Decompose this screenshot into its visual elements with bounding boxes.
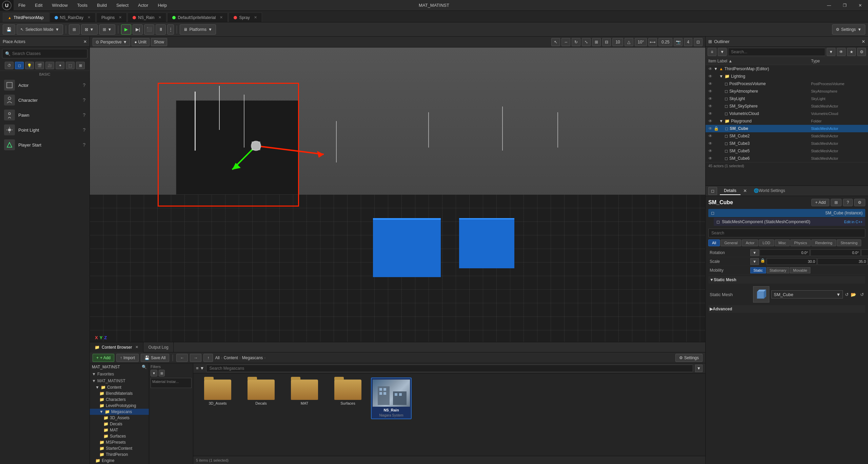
tree-item-volumetric[interactable]: 👁 ◻ VolumetricCloud VolumetricCloud <box>706 110 868 117</box>
mesh-browse-icon[interactable]: 📂 <box>851 292 856 297</box>
tree-item-postprocess[interactable]: 👁 ◻ PostProcessVolume PostProcessVolume <box>706 80 868 88</box>
outliner-gear-btn[interactable]: ⚙ <box>857 48 866 56</box>
tree-item-sm-cube[interactable]: 👁 🔒 ◻ SM_Cube StaticMeshActor <box>706 125 868 132</box>
selection-mode-button[interactable]: ↖ Selection Mode ▼ <box>17 24 63 35</box>
content-browser-tab-close[interactable]: ✕ <box>135 345 138 349</box>
component-row-static-mesh[interactable]: ◻ StaticMeshComponent (StaticMeshCompone… <box>714 218 865 226</box>
outliner-bookmark-btn[interactable]: ★ <box>847 48 856 56</box>
folder-decals[interactable]: Decals <box>241 378 281 419</box>
outliner-filter-btn[interactable]: ≡ <box>708 48 716 56</box>
tree-item-playground[interactable]: 👁 ▼ 📁 Playground Folder <box>706 117 868 125</box>
cb-tree-blendmaterials[interactable]: 📁 BlendMaterials <box>90 390 149 397</box>
world-settings-tab[interactable]: 🌐 World Settings <box>750 187 789 195</box>
rotation-y-input[interactable] <box>810 249 861 256</box>
tree-item-sm-skysphere[interactable]: 👁 ◻ SM_SkySphere StaticMeshActor <box>706 102 868 110</box>
mobility-stationary-btn[interactable]: Stationary <box>767 267 790 273</box>
unlit-button[interactable]: ● Unlit <box>132 38 150 46</box>
stop-button[interactable]: ⬛ <box>144 24 154 35</box>
cb-search-dropdown[interactable]: ▼ <box>695 365 703 372</box>
folder-3dassets[interactable]: 3D_Assets <box>197 378 238 419</box>
cb-nav-back[interactable]: ← <box>176 354 188 362</box>
maximize-button[interactable]: ❐ <box>837 0 852 11</box>
tab-ns-rainday-close[interactable]: ✕ <box>87 15 91 20</box>
cb-add-button[interactable]: + + Add <box>93 354 114 362</box>
scale-btn[interactable]: ⤡ <box>582 38 591 46</box>
outliner-settings-btn[interactable]: ▼ <box>827 48 835 56</box>
actor-item-character[interactable]: Character ? <box>0 93 90 108</box>
tree-item-sm-cube3[interactable]: 👁 ◻ SM_Cube3 StaticMeshActor <box>706 140 868 147</box>
play-next-button[interactable]: ▶| <box>133 24 143 35</box>
angle-value-btn[interactable]: 10° <box>635 38 647 46</box>
camera-num-btn[interactable]: 4 <box>684 38 692 46</box>
scale-mode-dropdown[interactable]: ▼ <box>750 258 759 265</box>
angle-icon[interactable]: △ <box>625 38 633 46</box>
tree-item-lighting[interactable]: 👁 ▼ 📁 Lighting <box>706 73 868 80</box>
settings-button[interactable]: ⚙ Settings ▼ <box>832 24 865 35</box>
asset-ns-rain[interactable]: NS_Rain Niagara System <box>371 378 412 419</box>
lights-btn[interactable]: 💡 <box>25 62 34 69</box>
mobility-movable-btn[interactable]: Movable <box>790 267 810 273</box>
details-layout-btn[interactable]: ⊞ <box>831 199 842 206</box>
lock-scale-icon[interactable]: 🔒 <box>760 258 766 265</box>
cb-tree-levelprototyping[interactable]: 📁 LevelPrototyping <box>90 403 149 409</box>
cb-tree-megascans[interactable]: ▼ 📁 Megascans <box>90 409 149 415</box>
translate-btn[interactable]: ↔ <box>561 38 570 46</box>
cb-search-input[interactable] <box>206 365 693 372</box>
tree-item-skyatmo[interactable]: 👁 ◻ SkyAtmosphere SkyAtmosphere <box>706 88 868 95</box>
menu-actor[interactable]: Actor <box>133 0 153 11</box>
scale-y-input[interactable] <box>817 258 868 265</box>
cinematics-btn[interactable]: 🎥 <box>45 62 54 69</box>
actor-item-actor-info[interactable]: ? <box>83 82 85 88</box>
details-help-btn[interactable]: ? <box>843 199 853 206</box>
cb-save-button[interactable]: 💾 Save All <box>141 354 169 362</box>
actor-item-pawn-info[interactable]: ? <box>83 112 85 118</box>
cb-tree-thirdperson[interactable]: 📁 ThirdPerson <box>90 451 149 458</box>
actor-item-pawn[interactable]: Pawn ? <box>0 108 90 122</box>
rotation-x-input[interactable] <box>760 249 810 256</box>
outliner-close[interactable]: ✕ <box>862 39 865 44</box>
maximize-vp-btn[interactable]: ⊡ <box>694 38 703 46</box>
cb-tree-3dassets[interactable]: 📁 3D_Assets <box>90 415 149 421</box>
filter-tab-rendering[interactable]: Rendering <box>811 239 836 246</box>
breadcrumb-all[interactable]: All <box>215 355 219 360</box>
content-button[interactable]: ⊞ <box>69 24 80 35</box>
grid-value-btn[interactable]: 10 <box>612 38 623 46</box>
filter-tab-all[interactable]: All <box>708 239 720 246</box>
tab-defaultspritematerial-close[interactable]: ✕ <box>220 15 223 20</box>
cb-tree-content[interactable]: ▼ 📁 Content <box>90 384 149 390</box>
menu-edit[interactable]: Edit <box>30 0 47 11</box>
menu-build[interactable]: Build <box>92 0 112 11</box>
actor-item-playerstart-info[interactable]: ? <box>83 142 85 148</box>
tab-ns-rain-close[interactable]: ✕ <box>158 15 161 20</box>
cb-sort-btn[interactable]: ≡▼ <box>196 366 204 371</box>
transform-btn[interactable]: ↖ <box>551 38 560 46</box>
filter-tab-lod[interactable]: LOD <box>759 239 774 246</box>
scale-icon-btn[interactable]: ⟷ <box>648 38 657 46</box>
play-button[interactable]: ▶ <box>121 24 131 35</box>
scale-x-input[interactable] <box>767 258 817 265</box>
basic-mode-btn[interactable]: ◻ <box>15 62 24 69</box>
actor-item-pointlight-info[interactable]: ? <box>83 127 85 133</box>
advanced-section-header[interactable]: ▶ Advanced <box>708 305 865 313</box>
menu-window[interactable]: Window <box>47 0 72 11</box>
rotation-z-input[interactable] <box>861 249 868 256</box>
perspective-toggle[interactable]: ⊙ Perspective ▼ <box>93 38 130 46</box>
cb-favorites-section[interactable]: ▼ Favorites <box>90 371 149 378</box>
cb-tree-mat[interactable]: 📁 MAT <box>90 427 149 433</box>
breadcrumb-content[interactable]: Content <box>224 355 238 360</box>
outliner-eye-btn[interactable]: 👁 <box>837 48 846 56</box>
tab-plugins[interactable]: Plugins ✕ <box>96 13 127 22</box>
tab-spray-close[interactable]: ✕ <box>254 15 257 20</box>
menu-select[interactable]: Select <box>112 0 133 11</box>
filter-tab-physics[interactable]: Physics <box>790 239 811 246</box>
cb-import-button[interactable]: ↑ Import <box>116 354 139 362</box>
cb-settings-button[interactable]: ⚙ Settings <box>675 354 703 362</box>
snap-button[interactable]: ⊞▼ <box>99 24 116 35</box>
world-grid-btn[interactable]: ⊟ <box>602 38 611 46</box>
viewport-canvas[interactable]: X Y Z <box>90 47 705 342</box>
cb-tree-search-icon[interactable]: 🔍 <box>142 365 147 369</box>
rotate-btn[interactable]: ↻ <box>572 38 580 46</box>
scale-value-btn[interactable]: 0.25 <box>658 38 672 46</box>
output-log-tab[interactable]: Output Log <box>143 342 173 352</box>
fx-btn[interactable]: ✦ <box>56 62 64 69</box>
